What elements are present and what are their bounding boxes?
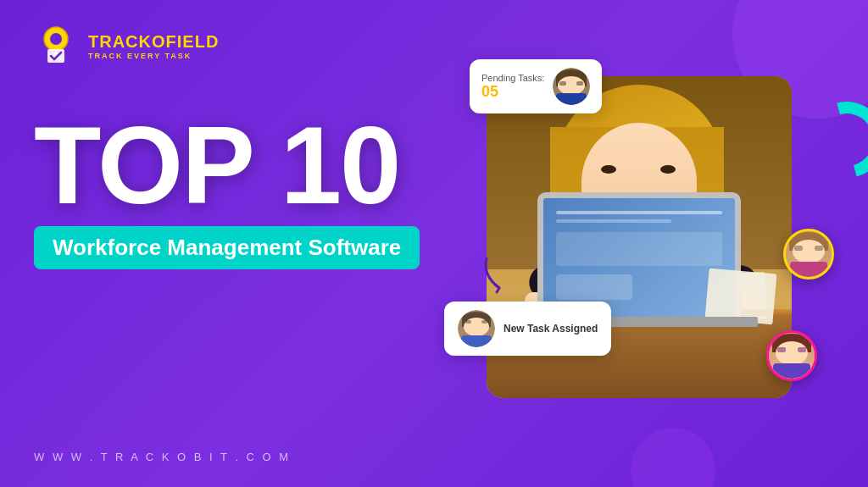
pending-tasks-card: Pending Tasks: 05 [470, 59, 602, 113]
brand-tagline: TRACK EVERY TASK [88, 52, 219, 60]
pending-label: Pending Tasks: [481, 73, 544, 83]
deco-circle-bottom-right [631, 428, 715, 487]
subtitle-text: Workforce Management Software [53, 235, 401, 260]
side-avatar-bottom [766, 330, 817, 381]
logo-text: TRACKOFIELD TRACK EVERY TASK [88, 32, 219, 60]
main-banner: TRACKOFIELD TRACK EVERY TASK TOP 10 Work… [0, 0, 868, 487]
website-url: W W W . T R A C K O B I T . C O M [34, 451, 291, 463]
logo-area: TRACKOFIELD TRACK EVERY TASK [34, 24, 219, 68]
top-10-headline: TOP 10 [34, 119, 420, 213]
pending-count: 05 [481, 83, 544, 101]
logo-icon [34, 24, 78, 68]
brand-name: TRACKOFIELD [88, 32, 219, 52]
new-task-label: New Task Assigned [504, 323, 598, 335]
pending-card-avatar [553, 68, 590, 105]
svg-point-1 [50, 33, 62, 45]
pending-text-block: Pending Tasks: 05 [481, 73, 544, 101]
headline-area: TOP 10 Workforce Management Software [34, 119, 420, 269]
image-area: Pending Tasks: 05 [461, 42, 826, 432]
arrow-decoration [478, 254, 520, 296]
side-avatar-top [783, 229, 834, 279]
subtitle-badge: Workforce Management Software [34, 226, 420, 269]
new-task-avatar [458, 310, 495, 347]
new-task-card: New Task Assigned [444, 302, 611, 356]
